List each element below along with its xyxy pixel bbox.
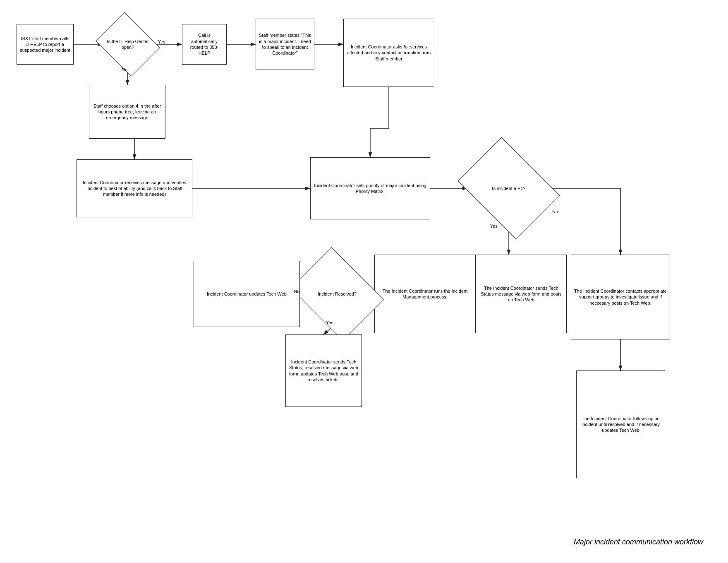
no1-label: No: [122, 67, 127, 72]
diagram-container: IS&T staff member calls 3-HELP to report…: [0, 0, 728, 563]
no-resolved-label: No: [294, 289, 299, 294]
box-route: Call is automatically routed to 353-HELP: [182, 24, 227, 65]
box-staff-chooses: Staff chooses option 4 in the after hour…: [89, 85, 165, 139]
box-sends-tech-status: The Incident Coordinator sends Tech Stat…: [476, 255, 567, 333]
box-contacts-support: The Incident Coordinator contacts approp…: [571, 255, 670, 339]
box-coordinator-asks: Incident Coordinator asks for services a…: [343, 19, 434, 87]
box-sends-resolved: Incident Coordinator sends Tech Status, …: [285, 334, 362, 407]
box-staff-states: Staff member states "This is a major inc…: [256, 19, 314, 70]
start-box: IS&T staff member calls 3-HELP to report…: [17, 24, 74, 65]
box-updates-tech-web: Incident Coordinator updates Tech Web: [194, 261, 300, 327]
decision-p1-diamond: Is incident a P1?: [467, 157, 550, 219]
box-coordinator-sets: Incident Coordinator sets priority of ma…: [310, 157, 430, 219]
box-follows-up: The Incident Coordinator follows up on i…: [576, 371, 665, 478]
decision-resolved-diamond: Incident Resolved?: [300, 265, 374, 323]
box-runs-incident: The Incident Coordinator runs the Incide…: [374, 255, 476, 333]
yes1-label: Yes: [158, 39, 165, 44]
decision1-diamond: Is the IT Help Center open?: [103, 24, 153, 65]
yes-resolved-label: Yes: [326, 320, 333, 325]
no-p1-label: No: [552, 209, 558, 214]
box-coordinator-receives: Incident Coordinator receives message an…: [77, 159, 192, 217]
yes-p1-label: Yes: [490, 224, 498, 229]
page-title: Major incident communication workflow: [574, 538, 703, 546]
